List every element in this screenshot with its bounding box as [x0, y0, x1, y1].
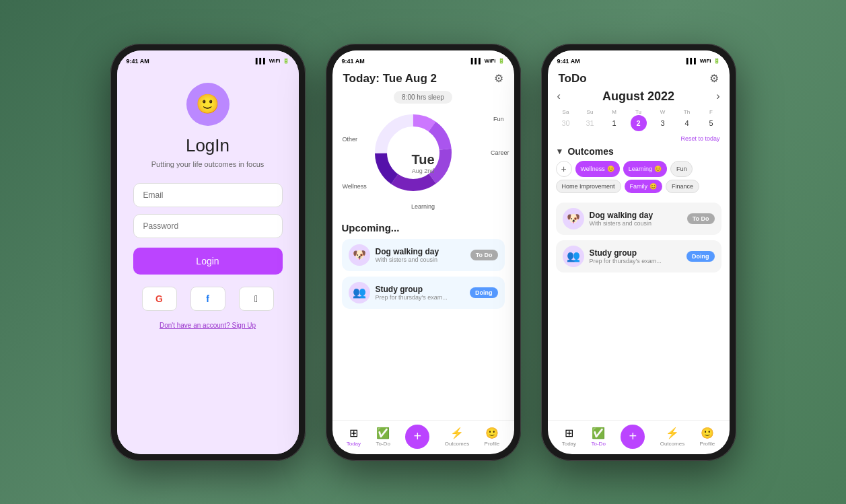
cal-day-m[interactable]: M 1 — [603, 108, 626, 133]
task-card-0[interactable]: 🐶 Dog walking day With sisters and cousi… — [342, 239, 505, 271]
todo-task-name-1: Study group — [590, 248, 682, 258]
next-month-button[interactable]: › — [716, 90, 719, 102]
family-chip[interactable]: Family 😊 — [625, 180, 663, 193]
todo-task-sub-0: With sisters and cousin — [590, 220, 682, 227]
learning-chip-emoji: 😊 — [654, 166, 662, 172]
app-logo: 🙂 — [186, 83, 230, 126]
family-chip-label: Family — [630, 183, 648, 190]
todo-task-card-1[interactable]: 👥 Study group Prep for thursday's exam..… — [556, 240, 721, 273]
phone-login: 9:41 AM ▌▌▌ WiFi 🔋 🙂 LogIn Putting your … — [110, 44, 306, 461]
task-name-0: Dog walking day — [376, 247, 465, 256]
wellness-chip-emoji: 😊 — [607, 166, 614, 172]
prev-month-button[interactable]: ‹ — [557, 90, 561, 102]
learning-label: Learning — [411, 203, 435, 210]
family-chip-emoji: 😊 — [649, 183, 657, 190]
learning-chip-label: Learning — [629, 166, 652, 172]
status-bar-3: 9:41 AM ▌▌▌ WiFi 🔋 — [548, 50, 730, 69]
login-title: LogIn — [186, 135, 230, 156]
upcoming-section: Upcoming... 🐶 Dog walking day With siste… — [332, 222, 514, 420]
task-card-1[interactable]: 👥 Study group Prep for thursday's exam..… — [342, 277, 505, 309]
outcomes-row-1: + Wellness 😊 Learning 😊 Fun — [556, 161, 721, 177]
settings-icon[interactable]: ⚙ — [494, 72, 503, 85]
todo-tasks: 🐶 Dog walking day With sisters and cousi… — [548, 200, 730, 420]
todo-task-icon-1: 👥 — [563, 246, 584, 267]
cal-day-f[interactable]: F 5 — [700, 108, 723, 133]
settings-icon-3[interactable]: ⚙ — [709, 72, 719, 85]
email-field[interactable] — [133, 183, 283, 207]
finance-chip-label: Finance — [672, 183, 693, 190]
cal-day-tu[interactable]: Tu 2 — [627, 108, 650, 133]
add-button-3[interactable]: + — [621, 425, 645, 449]
nav-todo-label-3: To-Do — [591, 441, 605, 447]
status-time-1: 9:41 AM — [127, 58, 149, 65]
nav-today-label-2: Today — [347, 441, 361, 447]
login-subtitle: Putting your life outcomes in focus — [151, 160, 265, 168]
signup-link[interactable]: Don't have an account? Sign Up — [160, 322, 256, 329]
todo-task-sub-1: Prep for thursday's exam... — [590, 258, 682, 264]
today-title: Today: Tue Aug 2 — [343, 72, 437, 85]
nav-outcomes-3[interactable]: ⚡ Outcomes — [660, 427, 684, 447]
google-login-button[interactable]: G — [142, 287, 177, 311]
phone-todo: 9:41 AM ▌▌▌ WiFi 🔋 ToDo ⚙ ‹ August 2022 … — [541, 44, 736, 461]
home-improvement-chip[interactable]: Home Improvement — [556, 180, 621, 193]
phone-today: 9:41 AM ▌▌▌ WiFi 🔋 Today: Tue Aug 2 ⚙ 8:… — [326, 44, 521, 461]
todo-task-name-0: Dog walking day — [590, 211, 682, 220]
nav-outcomes-label-2: Outcomes — [445, 441, 469, 447]
nav-todo-2[interactable]: ✅ To-Do — [376, 427, 390, 447]
nav-today-2[interactable]: ⊞ Today — [347, 427, 361, 447]
todo-task-info-0: Dog walking day With sisters and cousin — [590, 211, 682, 227]
facebook-login-button[interactable]: f — [190, 287, 225, 311]
todo-nav-icon-3: ✅ — [592, 427, 605, 439]
todo-task-badge-1: Doing — [686, 251, 715, 262]
apple-login-button[interactable]:  — [239, 287, 274, 311]
fun-chip[interactable]: Fun — [670, 161, 693, 177]
task-info-0: Dog walking day With sisters and cousin — [376, 247, 465, 263]
fun-label: Fun — [493, 116, 504, 122]
nav-profile-2[interactable]: 🙂 Profile — [485, 427, 500, 447]
add-button-2[interactable]: + — [405, 425, 429, 449]
bottom-nav-3: ⊞ Today ✅ To-Do + ⚡ Outcomes 🙂 Profile — [548, 420, 730, 454]
todo-title: ToDo — [559, 72, 587, 85]
learning-chip[interactable]: Learning 😊 — [623, 161, 667, 177]
todo-header: ToDo ⚙ — [548, 69, 730, 89]
add-outcome-button[interactable]: + — [556, 161, 572, 177]
battery-icon-1: 🔋 — [283, 58, 289, 64]
password-field[interactable] — [133, 214, 283, 238]
task-badge-0: To Do — [470, 250, 498, 260]
nav-outcomes-2[interactable]: ⚡ Outcomes — [445, 427, 469, 447]
signal-icon-3: ▌▌▌ — [686, 58, 698, 64]
nav-today-3[interactable]: ⊞ Today — [562, 427, 576, 447]
cal-day-th[interactable]: Th 4 — [676, 108, 699, 133]
login-button[interactable]: Login — [133, 248, 283, 275]
finance-chip[interactable]: Finance — [666, 180, 699, 193]
battery-icon-2: 🔋 — [498, 58, 505, 64]
status-bar-2: 9:41 AM ▌▌▌ WiFi 🔋 — [332, 50, 514, 69]
home-improvement-label: Home Improvement — [562, 183, 615, 190]
nav-profile-label-2: Profile — [485, 441, 500, 447]
todo-task-card-0[interactable]: 🐶 Dog walking day With sisters and cousi… — [556, 203, 721, 235]
cal-day-sa: Sa 30 — [555, 108, 577, 133]
todo-task-icon-0: 🐶 — [563, 208, 584, 229]
calendar-nav: ‹ August 2022 › — [548, 89, 730, 108]
donut-center: Tue Aug 2nd — [411, 151, 434, 174]
reset-today-button[interactable]: Reset to today — [548, 135, 730, 146]
cal-day-w[interactable]: W 3 — [651, 108, 674, 133]
outcomes-nav-icon-3: ⚡ — [666, 427, 679, 439]
wellness-chip[interactable]: Wellness 😊 — [575, 161, 620, 177]
task-info-1: Study group Prep for thursday's exam... — [376, 285, 465, 301]
task-icon-1: 👥 — [349, 282, 370, 303]
nav-todo-3[interactable]: ✅ To-Do — [591, 427, 605, 447]
profile-nav-icon-3: 🙂 — [701, 427, 714, 439]
todo-task-info-1: Study group Prep for thursday's exam... — [590, 248, 682, 264]
upcoming-title: Upcoming... — [342, 222, 505, 233]
outcomes-section: ▼ Outcomes + Wellness 😊 Learning 😊 Fun — [548, 146, 730, 200]
battery-icon-3: 🔋 — [713, 58, 720, 64]
calendar-month: August 2022 — [602, 89, 674, 104]
other-label: Other — [343, 136, 358, 143]
nav-profile-3[interactable]: 🙂 Profile — [700, 427, 715, 447]
status-bar-1: 9:41 AM ▌▌▌ WiFi 🔋 — [117, 50, 299, 69]
outcomes-nav-icon: ⚡ — [450, 427, 464, 439]
wifi-icon-3: WiFi — [700, 58, 711, 64]
todo-nav-icon: ✅ — [376, 427, 390, 439]
wifi-icon-2: WiFi — [485, 58, 496, 64]
